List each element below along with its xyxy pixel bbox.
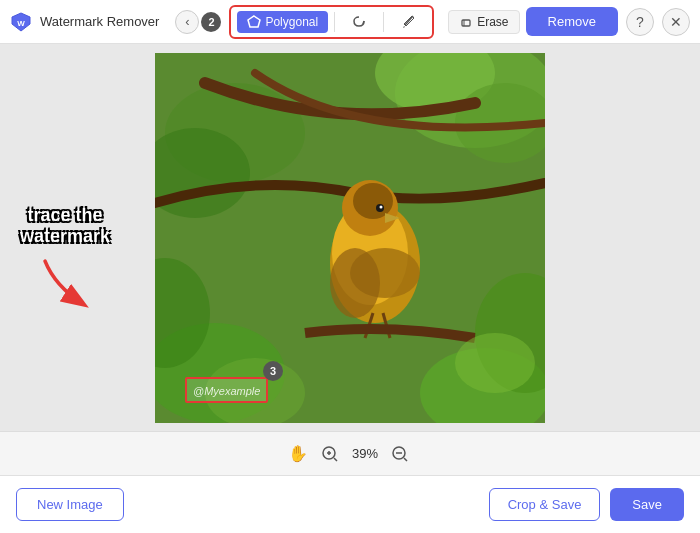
main-content: trace the watermark xyxy=(0,44,700,431)
polygonal-label: Polygonal xyxy=(265,15,318,29)
arrow-container xyxy=(20,256,110,311)
annotation-line2: watermark xyxy=(20,226,110,248)
annotation-arrow-icon xyxy=(35,256,95,311)
bottom-toolbar: ✋ 39% xyxy=(0,431,700,475)
back-button[interactable]: ‹ xyxy=(175,10,199,34)
step2-badge: 2 xyxy=(201,12,221,32)
remove-button[interactable]: Remove xyxy=(526,7,618,36)
annotation-overlay: trace the watermark xyxy=(20,205,110,311)
help-icon: ? xyxy=(636,14,644,30)
step3-badge: 3 xyxy=(263,361,283,381)
svg-point-19 xyxy=(380,205,383,208)
svg-line-36 xyxy=(404,458,407,461)
erase-icon xyxy=(459,15,473,29)
svg-text:W: W xyxy=(17,19,25,28)
nav-buttons: ‹ 2 xyxy=(175,10,221,34)
back-icon: ‹ xyxy=(185,14,189,29)
tool-separator xyxy=(334,12,335,32)
title-bar: W Watermark Remover ‹ 2 Polygonal xyxy=(0,0,700,44)
svg-point-16 xyxy=(353,183,393,219)
svg-line-33 xyxy=(334,458,337,461)
title-left: W Watermark Remover ‹ 2 Polygonal xyxy=(10,5,520,39)
footer: New Image Crop & Save Save xyxy=(0,475,700,533)
close-button[interactable]: ✕ xyxy=(662,8,690,36)
app-title: Watermark Remover xyxy=(40,14,159,29)
zoom-out-button[interactable] xyxy=(388,442,412,466)
erase-label: Erase xyxy=(477,15,508,29)
zoom-value: 39% xyxy=(352,446,378,461)
svg-point-28 xyxy=(455,333,535,393)
bird-image xyxy=(155,53,545,423)
brush-icon xyxy=(400,14,416,30)
tool-group: Polygonal xyxy=(229,5,434,39)
erase-button[interactable]: Erase xyxy=(448,10,519,34)
close-icon: ✕ xyxy=(670,14,682,30)
help-button[interactable]: ? xyxy=(626,8,654,36)
title-right: Remove ? ✕ xyxy=(526,7,690,36)
svg-rect-4 xyxy=(462,20,470,26)
watermark-text: @Myexample xyxy=(193,385,260,397)
footer-left: New Image xyxy=(16,488,124,521)
new-image-button[interactable]: New Image xyxy=(16,488,124,521)
svg-point-21 xyxy=(330,248,380,318)
polygonal-icon xyxy=(247,15,261,29)
bird-scene-svg xyxy=(155,53,545,423)
footer-right: Crop & Save Save xyxy=(489,488,684,521)
crop-save-button[interactable]: Crop & Save xyxy=(489,488,601,521)
zoom-out-icon xyxy=(391,445,409,463)
tool-separator2 xyxy=(383,12,384,32)
lasso-icon xyxy=(351,14,367,30)
app-logo-icon: W xyxy=(10,11,32,33)
annotation-line1: trace the xyxy=(20,205,110,227)
pan-button[interactable]: ✋ xyxy=(288,444,308,463)
polygonal-tool-button[interactable]: Polygonal xyxy=(237,11,328,33)
zoom-controls: ✋ 39% xyxy=(288,442,412,466)
lasso-tool-button[interactable] xyxy=(341,10,377,34)
zoom-in-icon xyxy=(321,445,339,463)
watermark-selection[interactable]: @Myexample xyxy=(185,377,268,403)
brush-tool-button[interactable] xyxy=(390,10,426,34)
canvas-area[interactable]: @Myexample 3 xyxy=(155,53,545,423)
svg-marker-2 xyxy=(248,16,260,27)
annotation-text: trace the watermark xyxy=(20,205,110,248)
save-button[interactable]: Save xyxy=(610,488,684,521)
zoom-in-button[interactable] xyxy=(318,442,342,466)
